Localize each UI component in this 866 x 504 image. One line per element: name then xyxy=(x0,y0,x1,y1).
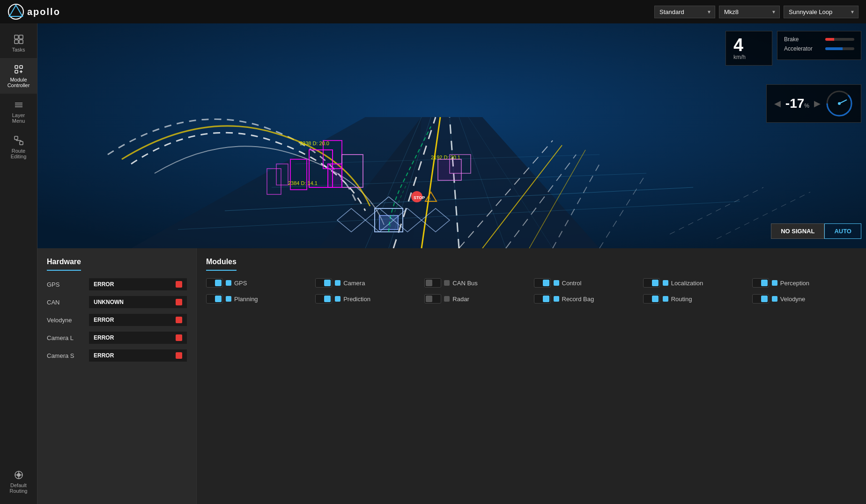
svg-line-26 xyxy=(295,155,600,164)
3d-view[interactable]: 2338 D: 20.0 2384 D: 14.1 2192 D: 20.1 xyxy=(37,23,866,248)
hw-row-camera-s: Camera S ERROR xyxy=(47,349,187,362)
hw-status-camera l: ERROR xyxy=(89,332,187,344)
hud-controls: Brake Accelerator xyxy=(777,31,861,60)
route-select[interactable]: Sunnyvale Loop Route A Route B xyxy=(784,6,859,18)
steering-value: -17 xyxy=(785,96,804,111)
no-signal-button[interactable]: NO SIGNAL xyxy=(771,223,824,239)
module-status-dot xyxy=(772,296,777,302)
sidebar-item-route-editing[interactable]: RouteEditing xyxy=(0,129,37,165)
module-item-planning: Planning xyxy=(206,294,311,304)
svg-text:2192 D: 20.1: 2192 D: 20.1 xyxy=(431,155,460,160)
svg-rect-36 xyxy=(328,164,342,187)
tasks-icon xyxy=(13,34,24,45)
module-toggle-perception[interactable] xyxy=(752,278,769,288)
svg-line-30 xyxy=(459,117,506,248)
module-status-dot xyxy=(444,280,450,286)
module-label: Perception xyxy=(780,280,809,287)
hw-name: Camera S xyxy=(47,352,84,359)
module-item-gps: GPS xyxy=(206,278,311,288)
module-toggle-inner xyxy=(543,280,549,286)
module-toggle-inner xyxy=(761,280,768,286)
svg-rect-7 xyxy=(15,70,18,73)
svg-text:2338 D: 20.0: 2338 D: 20.0 xyxy=(300,141,329,146)
module-label: Record Bag xyxy=(562,296,594,303)
brake-bar-bg xyxy=(825,38,854,41)
module-label: Radar xyxy=(452,296,469,303)
module-label: Planning xyxy=(234,296,258,303)
module-status-dot xyxy=(226,280,231,286)
sidebar: Tasks ModuleController LayerMenu RouteEd… xyxy=(0,23,37,504)
sidebar-item-tasks[interactable]: Tasks xyxy=(0,28,37,58)
sidebar-item-module-controller[interactable]: ModuleController xyxy=(0,58,37,94)
svg-line-63 xyxy=(529,150,585,248)
svg-line-58 xyxy=(553,164,600,248)
svg-rect-43 xyxy=(450,155,471,173)
module-toggle-routing[interactable] xyxy=(643,294,660,304)
speed-unit: km/h xyxy=(733,54,764,60)
module-toggle-planning[interactable] xyxy=(206,294,223,304)
hardware-title: Hardware xyxy=(47,258,81,271)
svg-rect-34 xyxy=(290,159,307,190)
svg-marker-19 xyxy=(131,117,422,248)
auto-button[interactable]: AUTO xyxy=(824,223,861,239)
svg-line-29 xyxy=(450,117,459,248)
sidebar-item-default-routing[interactable]: DefaultRouting xyxy=(0,464,37,499)
module-toggle-can-bus[interactable] xyxy=(424,278,441,288)
svg-rect-35 xyxy=(342,155,363,187)
module-toggle-prediction[interactable] xyxy=(315,294,332,304)
vehicle-select[interactable]: Mkz8 Mkz6 Transit xyxy=(719,6,780,18)
module-toggle-inner xyxy=(324,280,331,286)
default-routing-label: DefaultRouting xyxy=(10,482,28,494)
hw-status-velodyne: ERROR xyxy=(89,314,187,326)
module-toggle-control[interactable] xyxy=(534,278,551,288)
module-item-prediction: Prediction xyxy=(315,294,420,304)
hw-name: GPS xyxy=(47,281,84,288)
module-toggle-gps[interactable] xyxy=(206,278,223,288)
module-toggle-inner xyxy=(761,296,768,302)
module-item-record-bag: Record Bag xyxy=(534,294,638,304)
hw-status-indicator xyxy=(176,281,182,288)
steering-left-arrow[interactable]: ◀ xyxy=(774,98,781,109)
module-item-camera: Camera xyxy=(315,278,420,288)
svg-rect-47 xyxy=(379,215,398,230)
module-toggle-camera[interactable] xyxy=(315,278,332,288)
steering-display: -17% xyxy=(785,96,809,111)
svg-line-27 xyxy=(365,117,422,248)
svg-line-23 xyxy=(225,187,693,211)
hw-status-indicator xyxy=(176,299,182,305)
svg-text:STOP: STOP xyxy=(414,195,425,200)
sidebar-item-layer-menu[interactable]: LayerMenu xyxy=(0,94,37,129)
svg-point-16 xyxy=(17,474,20,476)
module-label: GPS xyxy=(234,280,247,287)
vehicle-select-wrapper: Mkz8 Mkz6 Transit xyxy=(719,6,780,18)
svg-marker-54 xyxy=(425,192,437,201)
module-toggle-radar[interactable] xyxy=(424,294,441,304)
topbar: apollo Standard Simulation Recording Mkz… xyxy=(0,0,866,23)
svg-line-62 xyxy=(482,145,562,248)
hw-status-gps: ERROR xyxy=(89,278,187,290)
logo: apollo xyxy=(7,3,60,20)
module-toggle-record-bag[interactable] xyxy=(534,294,551,304)
hw-status-can: UNKNOWN xyxy=(89,296,187,308)
hw-row-can: CAN UNKNOWN xyxy=(47,296,187,308)
svg-line-57 xyxy=(506,155,576,248)
hw-row-gps: GPS ERROR xyxy=(47,278,187,290)
hw-status-indicator xyxy=(176,352,182,359)
module-status-dot xyxy=(554,280,559,286)
module-item-perception: Perception xyxy=(752,278,857,288)
module-toggle-inner xyxy=(426,280,432,286)
mode-select[interactable]: Standard Simulation Recording xyxy=(654,6,715,18)
svg-line-20 xyxy=(393,117,436,248)
module-toggle-localization[interactable] xyxy=(643,278,660,288)
module-label: CAN Bus xyxy=(452,280,477,287)
module-toggle-velodyne[interactable] xyxy=(752,294,769,304)
svg-line-25 xyxy=(272,173,646,187)
svg-marker-18 xyxy=(318,117,600,248)
hw-status-text: ERROR xyxy=(94,334,114,341)
content-area: 2338 D: 20.0 2384 D: 14.1 2192 D: 20.1 xyxy=(37,23,866,504)
hud-signal: NO SIGNAL AUTO xyxy=(771,223,861,239)
steering-right-arrow[interactable]: ▶ xyxy=(814,98,821,109)
hw-row-camera-l: Camera L ERROR xyxy=(47,332,187,344)
steering-dial xyxy=(825,89,853,118)
layer-menu-label: LayerMenu xyxy=(12,112,25,124)
